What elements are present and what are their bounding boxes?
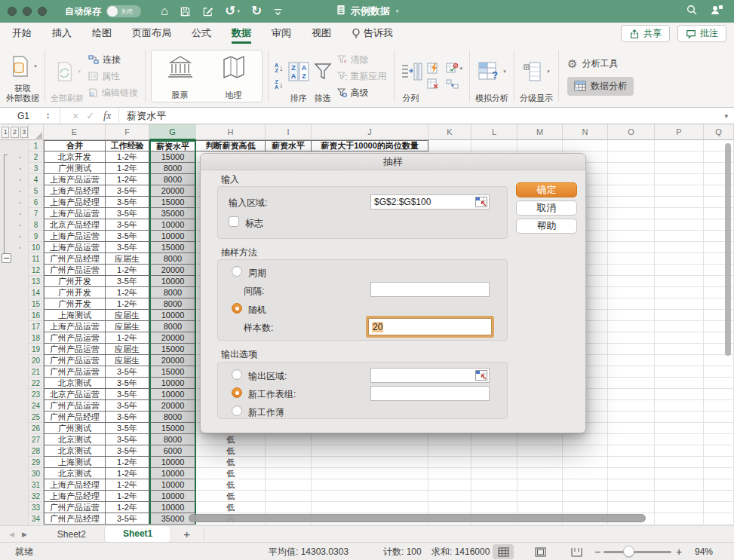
cell-O3[interactable] bbox=[608, 163, 655, 174]
cell-L29[interactable] bbox=[471, 457, 517, 468]
cell-K31[interactable] bbox=[428, 479, 471, 491]
cell-O26[interactable] bbox=[608, 423, 655, 434]
cell-L30[interactable] bbox=[471, 468, 517, 479]
tab-公式[interactable]: 公式 bbox=[192, 23, 211, 44]
cell-Q20[interactable] bbox=[704, 355, 734, 366]
cell-H27[interactable]: 低 bbox=[196, 434, 266, 445]
cell-N31[interactable] bbox=[563, 479, 608, 491]
cell-P10[interactable] bbox=[655, 242, 704, 253]
cell-F14[interactable]: 1-2年 bbox=[106, 287, 149, 298]
cell-I32[interactable] bbox=[266, 491, 312, 502]
stocks-button[interactable]: 股票 bbox=[164, 54, 196, 100]
cell-F10[interactable]: 3-5年 bbox=[106, 242, 149, 253]
cell-M28[interactable] bbox=[517, 445, 563, 457]
cell-G8[interactable]: 10000 bbox=[149, 219, 196, 231]
cell-G14[interactable]: 8000 bbox=[149, 287, 196, 298]
cell-O2[interactable] bbox=[608, 151, 655, 163]
cell-P4[interactable] bbox=[655, 174, 704, 185]
cell-F9[interactable]: 3-5年 bbox=[106, 231, 149, 242]
cell-E10[interactable]: 上海产品运营 bbox=[44, 242, 106, 253]
cell-F25[interactable]: 3-5年 bbox=[106, 412, 149, 423]
row-number[interactable]: 23 bbox=[29, 389, 44, 400]
cell-F23[interactable]: 3-5年 bbox=[106, 389, 149, 400]
add-sheet-button[interactable]: + bbox=[183, 528, 190, 540]
row-number[interactable]: 14 bbox=[29, 287, 44, 298]
cell-P7[interactable] bbox=[655, 208, 704, 219]
cell-F30[interactable]: 1-2年 bbox=[106, 468, 149, 479]
column-header-Q[interactable]: Q bbox=[704, 124, 734, 140]
cell-F15[interactable]: 1-2年 bbox=[106, 298, 149, 310]
redo-icon[interactable]: ↻ bbox=[251, 5, 262, 17]
cell-O12[interactable] bbox=[608, 265, 655, 276]
cell-E9[interactable]: 上海产品运营 bbox=[44, 231, 106, 242]
cell-G16[interactable]: 10000 bbox=[149, 310, 196, 321]
cell-O27[interactable] bbox=[608, 434, 655, 445]
cell-P3[interactable] bbox=[655, 163, 704, 174]
cell-G2[interactable]: 15000 bbox=[149, 151, 196, 163]
cell-P33[interactable] bbox=[655, 502, 704, 513]
filter-button[interactable]: 筛选 bbox=[312, 47, 334, 105]
cell-G11[interactable]: 8000 bbox=[149, 253, 196, 265]
column-header-G[interactable]: G bbox=[149, 124, 196, 140]
cell-H30[interactable]: 低 bbox=[196, 468, 266, 479]
customize-toolbar-icon[interactable] bbox=[273, 7, 283, 17]
sheet-tab-sheet2[interactable]: Sheet2 bbox=[39, 526, 104, 543]
collapse-group-button[interactable] bbox=[2, 253, 11, 263]
cell-O20[interactable] bbox=[608, 355, 655, 366]
cell-F8[interactable]: 3-5年 bbox=[106, 219, 149, 231]
cell-E16[interactable]: 上海测试 bbox=[44, 310, 106, 321]
zoom-window-button[interactable] bbox=[38, 7, 47, 16]
cell-Q32[interactable] bbox=[704, 491, 734, 502]
cell-O6[interactable] bbox=[608, 197, 655, 208]
cell-G5[interactable]: 20000 bbox=[149, 185, 196, 197]
cell-P18[interactable] bbox=[655, 332, 704, 344]
row-number[interactable]: 32 bbox=[29, 491, 44, 502]
cell-Q22[interactable] bbox=[704, 378, 734, 389]
row-number[interactable]: 34 bbox=[29, 513, 44, 525]
cell-G22[interactable]: 10000 bbox=[149, 378, 196, 389]
cell-F19[interactable]: 应届生 bbox=[106, 344, 149, 355]
cell-F20[interactable]: 应届生 bbox=[106, 355, 149, 366]
cell-I33[interactable] bbox=[266, 502, 312, 513]
cell-G23[interactable]: 10000 bbox=[149, 389, 196, 400]
cell-I29[interactable] bbox=[266, 457, 312, 468]
cell-P32[interactable] bbox=[655, 491, 704, 502]
cell-G3[interactable]: 8000 bbox=[149, 163, 196, 174]
cell-Q29[interactable] bbox=[704, 457, 734, 468]
cell-P28[interactable] bbox=[655, 445, 704, 457]
cell-P6[interactable] bbox=[655, 197, 704, 208]
cell-F32[interactable]: 1-2年 bbox=[106, 491, 149, 502]
cell-Q28[interactable] bbox=[704, 445, 734, 457]
edit-links-button[interactable]: 编辑链接 bbox=[88, 87, 138, 99]
cell-E27[interactable]: 北京测试 bbox=[44, 434, 106, 445]
cell-E28[interactable]: 北京测试 bbox=[44, 445, 106, 457]
zoom-out-button[interactable]: − bbox=[594, 543, 600, 560]
new-workbook-radio[interactable] bbox=[232, 405, 242, 416]
row-number[interactable]: 2 bbox=[29, 151, 44, 163]
row-number[interactable]: 11 bbox=[29, 253, 44, 265]
cell-P2[interactable] bbox=[655, 151, 704, 163]
cell-G27[interactable]: 8000 bbox=[149, 434, 196, 445]
cell-G10[interactable]: 15000 bbox=[149, 242, 196, 253]
cell-J30[interactable] bbox=[312, 468, 428, 479]
tab-审阅[interactable]: 审阅 bbox=[272, 23, 291, 44]
cell-O29[interactable] bbox=[608, 457, 655, 468]
cell-G21[interactable]: 15000 bbox=[149, 366, 196, 378]
row-number[interactable]: 15 bbox=[29, 298, 44, 310]
cell-G31[interactable]: 10000 bbox=[149, 479, 196, 491]
row-number[interactable]: 20 bbox=[29, 355, 44, 366]
sheet-tab-sheet1[interactable]: Sheet1 bbox=[104, 526, 171, 543]
cell-F34[interactable]: 3-5年 bbox=[106, 513, 149, 525]
row-number[interactable]: 28 bbox=[29, 445, 44, 457]
cell-M1[interactable] bbox=[517, 140, 563, 151]
tab-视图[interactable]: 视图 bbox=[312, 23, 331, 44]
name-box[interactable]: G1 bbox=[0, 111, 47, 121]
cell-J32[interactable] bbox=[312, 491, 428, 502]
cell-O28[interactable] bbox=[608, 445, 655, 457]
remove-duplicates-button[interactable] bbox=[427, 78, 440, 90]
share-button[interactable]: 共享 bbox=[621, 25, 670, 42]
cell-J29[interactable] bbox=[312, 457, 428, 468]
cell-O30[interactable] bbox=[608, 468, 655, 479]
insert-function-icon[interactable]: fx bbox=[103, 110, 111, 122]
cell-Q25[interactable] bbox=[704, 412, 734, 423]
